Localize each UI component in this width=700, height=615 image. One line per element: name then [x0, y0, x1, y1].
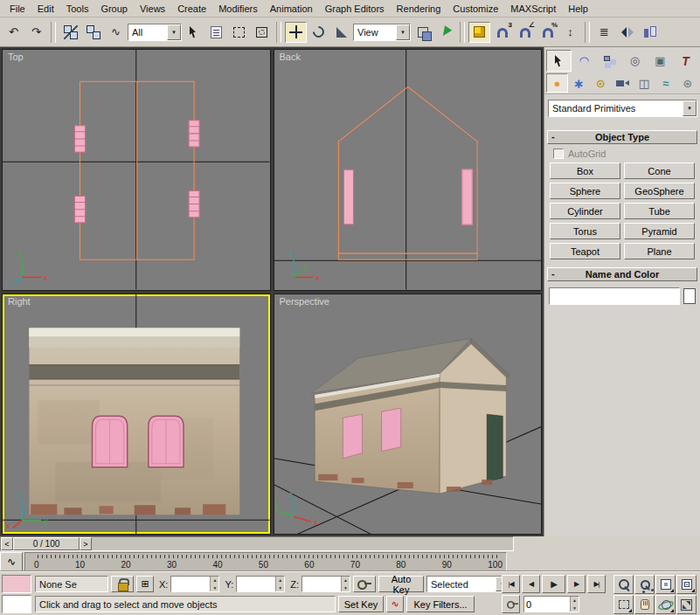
rectangular-selection-region-button[interactable]	[228, 22, 250, 43]
tab-modify[interactable]: ◠	[572, 50, 597, 72]
menu-edit[interactable]: Edit	[31, 2, 60, 16]
menu-create[interactable]: Create	[171, 2, 212, 16]
maxscript-mini-listener-macro[interactable]	[2, 575, 31, 593]
z-coordinate-field[interactable]: ▲▼	[301, 576, 350, 592]
plane-button[interactable]: Plane	[624, 243, 695, 259]
select-object-button[interactable]	[183, 22, 204, 43]
open-mini-curve-editor-button[interactable]: ∿	[0, 552, 23, 571]
subtab-cameras[interactable]	[612, 73, 634, 93]
select-and-manipulate-button[interactable]	[434, 22, 456, 43]
next-frame-button[interactable]: ▶	[567, 575, 586, 593]
tab-hierarchy[interactable]	[597, 50, 622, 72]
select-by-name-button[interactable]	[205, 22, 227, 43]
current-frame-field[interactable]: ▲▼	[523, 596, 579, 612]
autogrid-checkbox[interactable]	[553, 149, 564, 159]
key-mode-toggle-button[interactable]	[502, 595, 520, 613]
viewport-back-canvas[interactable]: z x y	[274, 50, 542, 290]
object-type-rollout-header[interactable]: - Object Type	[547, 130, 697, 144]
bind-to-space-warp-button[interactable]: ∿	[105, 22, 127, 43]
viewport-top-canvas[interactable]: y x z	[3, 50, 270, 290]
zoom-all-button[interactable]	[634, 575, 655, 594]
menu-tools[interactable]: Tools	[60, 2, 95, 16]
subtab-helpers[interactable]: ◫	[633, 73, 655, 93]
subtab-space-warps[interactable]: ≈	[655, 73, 676, 93]
menu-animation[interactable]: Animation	[264, 2, 319, 16]
menu-group[interactable]: Group	[94, 2, 134, 16]
z-coordinate-input[interactable]	[302, 577, 341, 591]
frame-spinner[interactable]: ▲▼	[570, 597, 579, 612]
tab-display[interactable]: ▣	[648, 50, 673, 72]
subtab-geometry[interactable]: ●	[546, 73, 568, 93]
absolute-offset-toggle-button[interactable]: ⊞	[136, 576, 154, 592]
previous-frame-slider-button[interactable]: <	[1, 537, 13, 550]
use-pivot-point-center-button[interactable]	[412, 22, 433, 43]
menu-maxscript[interactable]: MAXScript	[504, 2, 562, 16]
select-and-uniform-scale-button[interactable]	[330, 22, 352, 43]
snap-toggle-3d-button[interactable]: 3	[491, 22, 513, 43]
y-coordinate-input[interactable]	[237, 577, 275, 591]
menu-views[interactable]: Views	[134, 2, 171, 16]
chevron-down-icon[interactable]: ▼	[396, 24, 410, 40]
door-object[interactable]	[487, 414, 502, 481]
pan-button[interactable]	[634, 595, 655, 614]
box-button[interactable]: Box	[550, 162, 620, 179]
viewport-label[interactable]: Perspective	[280, 296, 329, 307]
time-slider-track[interactable]: < 0 / 100 >	[0, 536, 514, 551]
collapse-icon[interactable]: -	[551, 131, 555, 142]
viewport-perspective-canvas[interactable]: z x y	[274, 294, 542, 535]
menu-modifiers[interactable]: Modifiers	[212, 2, 264, 16]
key-filters-button[interactable]: Key Filters...	[406, 596, 475, 612]
auto-key-button[interactable]: Auto Key	[378, 576, 424, 592]
time-slider-handle[interactable]: 0 / 100	[13, 537, 80, 550]
selection-set-dropdown[interactable]: Selected ▼	[426, 576, 510, 592]
angle-snap-toggle-button[interactable]: ∠	[514, 22, 536, 43]
go-to-end-button[interactable]: ▶|	[587, 575, 606, 593]
house-wireframe[interactable]	[80, 81, 194, 259]
maxscript-mini-listener[interactable]	[2, 595, 31, 613]
window-objects[interactable]	[343, 169, 472, 225]
viewport-label[interactable]: Back	[280, 52, 301, 62]
y-coordinate-field[interactable]: ▲▼	[236, 576, 285, 592]
arc-rotate-button[interactable]	[655, 595, 676, 614]
window-crossing-button[interactable]	[251, 22, 273, 43]
zoom-region-button[interactable]	[613, 595, 634, 614]
menu-file[interactable]: File	[3, 2, 31, 16]
chevron-down-icon[interactable]: ▼	[683, 100, 697, 116]
collapse-icon[interactable]: -	[551, 268, 555, 279]
name-color-rollout-header[interactable]: - Name and Color	[547, 267, 697, 281]
sphere-button[interactable]: Sphere	[550, 183, 620, 199]
geosphere-button[interactable]: GeoSphere	[624, 183, 695, 199]
house-wireframe[interactable]	[338, 86, 477, 259]
spinner-snap-toggle-button[interactable]: ↕	[559, 22, 581, 43]
min-max-toggle-button[interactable]	[676, 595, 697, 614]
select-and-rotate-button[interactable]	[308, 22, 329, 43]
zoom-button[interactable]	[613, 575, 634, 594]
viewport-right-active[interactable]: z y x Right	[2, 294, 271, 536]
reference-coordinate-system-dropdown[interactable]: View▼	[353, 24, 411, 41]
textured-wall[interactable]	[29, 328, 239, 515]
edit-named-selection-sets-button[interactable]: ≣	[593, 22, 615, 43]
percent-snap-toggle-button[interactable]: %	[537, 22, 558, 43]
unlink-selection-button[interactable]	[82, 22, 104, 43]
cylinder-button[interactable]: Cylinder	[550, 203, 620, 219]
select-and-link-button[interactable]	[59, 22, 81, 43]
torus-button[interactable]: Torus	[550, 223, 620, 239]
set-key-button[interactable]: Set Key	[338, 596, 384, 612]
cone-button[interactable]: Cone	[624, 162, 695, 179]
teapot-button[interactable]: Teapot	[550, 243, 620, 259]
next-frame-slider-button[interactable]: >	[80, 537, 92, 550]
snaps-toggle-button[interactable]	[468, 22, 490, 43]
viewport-perspective[interactable]: z x y Perspective	[274, 294, 543, 536]
menu-graph-editors[interactable]: Graph Editors	[319, 2, 391, 16]
play-animation-button[interactable]: ▶	[542, 575, 565, 593]
new-key-default-in-out-button[interactable]: ∿	[386, 596, 404, 612]
zoom-extents-all-button[interactable]	[676, 575, 697, 594]
menu-rendering[interactable]: Rendering	[391, 2, 447, 16]
selection-filter-dropdown[interactable]: All▼	[128, 24, 182, 41]
viewport-label[interactable]: Top	[8, 52, 24, 62]
viewport-right-canvas[interactable]: z y x	[3, 294, 270, 535]
tube-button[interactable]: Tube	[624, 203, 695, 219]
chevron-down-icon[interactable]: ▼	[167, 24, 181, 40]
viewport-label[interactable]: Right	[8, 296, 31, 307]
viewport-top[interactable]: y x z Top	[2, 49, 271, 291]
